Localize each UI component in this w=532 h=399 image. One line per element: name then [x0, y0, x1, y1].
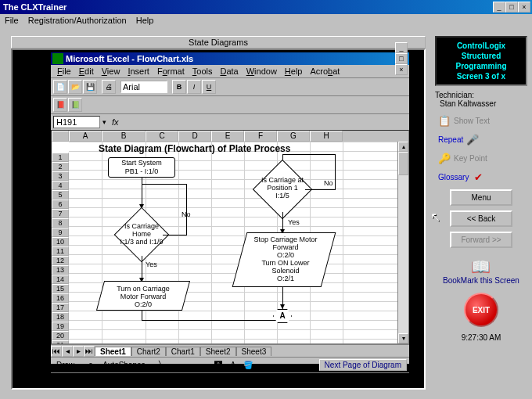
rect-icon[interactable]: ▭: [184, 359, 197, 371]
draw-menu[interactable]: Draw ▾: [53, 359, 84, 371]
bookmark-link[interactable]: 📖 BookMark this Screen: [443, 257, 519, 285]
maximize-button[interactable]: □: [505, 2, 518, 13]
row-2[interactable]: 2: [52, 162, 69, 171]
new-icon[interactable]: 📄: [53, 80, 67, 94]
oval-icon[interactable]: ○: [199, 359, 210, 371]
col-a[interactable]: A: [69, 131, 102, 142]
tab-sheet2[interactable]: Sheet2: [200, 347, 236, 356]
excel-menu-file[interactable]: File: [54, 66, 74, 76]
row-8[interactable]: 8: [52, 218, 69, 228]
col-b[interactable]: B: [102, 131, 146, 142]
tab-next-icon[interactable]: ▸: [73, 346, 84, 357]
textbox-icon[interactable]: 🅰: [211, 359, 225, 371]
select-all-corner[interactable]: [52, 131, 69, 142]
row-3[interactable]: 3: [52, 171, 69, 181]
tab-first-icon[interactable]: ⏮: [51, 346, 62, 357]
font-selector[interactable]: [120, 81, 167, 93]
menu-button[interactable]: Menu: [450, 189, 512, 206]
repeat-link[interactable]: Repeat 🎤: [435, 131, 527, 147]
vertical-scrollbar[interactable]: ▴ ▾: [397, 142, 408, 343]
row-17[interactable]: 17: [52, 303, 69, 312]
menu-registration[interactable]: Registration/Authorization: [28, 16, 127, 25]
back-button[interactable]: << Back: [450, 210, 512, 227]
fill-icon[interactable]: 🪣: [240, 359, 256, 371]
bold-icon[interactable]: B: [172, 80, 186, 94]
tab-chart2[interactable]: Chart2: [131, 347, 166, 356]
open-icon[interactable]: 📂: [68, 80, 82, 94]
excel-grid[interactable]: A B C D E F G H 123456789101112131415161…: [51, 130, 409, 344]
row-6[interactable]: 6: [52, 200, 69, 209]
key-point-link[interactable]: 🔑 Key Point: [435, 150, 527, 166]
decision-home-text: Is CarriageHomeI:1/3 and I:1/9: [110, 222, 173, 246]
row-7[interactable]: 7: [52, 209, 69, 218]
excel-menu-insert[interactable]: Insert: [124, 66, 153, 76]
row-20[interactable]: 20: [52, 331, 69, 340]
excel-menu-edit[interactable]: Edit: [76, 66, 97, 76]
save-icon[interactable]: 💾: [83, 80, 97, 94]
excel-window: Microsoft Excel - FlowChart.xls _ □ × Fi…: [50, 52, 410, 365]
col-f[interactable]: F: [244, 131, 277, 142]
row-15[interactable]: 15: [52, 284, 69, 293]
excel-menu-tools[interactable]: Tools: [189, 66, 216, 76]
excel-formula-bar: H191 ▾ fx: [51, 113, 409, 130]
row-19[interactable]: 19: [52, 322, 69, 331]
forward-button[interactable]: Forward >>: [450, 232, 512, 248]
excel-close-button[interactable]: ×: [395, 64, 408, 75]
select-icon[interactable]: ↖: [85, 359, 98, 371]
row-21[interactable]: 21: [52, 340, 69, 344]
col-h[interactable]: H: [310, 131, 343, 142]
pdf-icon[interactable]: 📕: [53, 98, 67, 112]
excel-icon: [52, 53, 63, 64]
tab-sheet1[interactable]: Sheet1: [95, 347, 131, 356]
minimize-button[interactable]: _: [493, 2, 505, 13]
arrow-icon[interactable]: →: [168, 359, 182, 371]
row-18[interactable]: 18: [52, 312, 69, 322]
scroll-down-icon[interactable]: ▾: [398, 333, 408, 343]
excel-maximize-button[interactable]: □: [395, 53, 408, 64]
wordart-icon[interactable]: A: [227, 359, 239, 371]
menu-help[interactable]: Help: [136, 16, 154, 25]
row-14[interactable]: 14: [52, 275, 69, 284]
menu-file[interactable]: File: [5, 16, 19, 25]
glossary-link[interactable]: Glossary ✔: [435, 169, 527, 185]
show-text-link[interactable]: 📋 Show Text: [435, 113, 527, 128]
line-icon[interactable]: ╲: [156, 359, 167, 371]
row-13[interactable]: 13: [52, 265, 69, 275]
excel-menu-format[interactable]: Format: [154, 66, 188, 76]
name-box[interactable]: H191: [53, 116, 100, 128]
col-d[interactable]: D: [178, 131, 211, 142]
print-icon[interactable]: 🖨: [102, 80, 116, 94]
tab-last-icon[interactable]: ⏭: [84, 346, 95, 357]
excel-menu-acrobat[interactable]: Acrobat: [307, 66, 343, 76]
row-10[interactable]: 10: [52, 237, 69, 246]
excel-menu-help[interactable]: Help: [282, 66, 306, 76]
excel-menu-data[interactable]: Data: [217, 66, 241, 76]
excel-minimize-button[interactable]: _: [395, 42, 408, 53]
scroll-thumb[interactable]: [398, 152, 408, 175]
excel-menu-window[interactable]: Window: [243, 66, 280, 76]
excel-menu-view[interactable]: View: [99, 66, 124, 76]
row-1[interactable]: 1: [52, 153, 69, 162]
row-9[interactable]: 9: [52, 228, 69, 237]
row-4[interactable]: 4: [52, 181, 69, 190]
col-c[interactable]: C: [146, 131, 178, 142]
italic-icon[interactable]: I: [187, 80, 201, 94]
autoshapes-menu[interactable]: AutoShapes ▾: [99, 359, 154, 371]
col-e[interactable]: E: [211, 131, 244, 142]
row-11[interactable]: 11: [52, 246, 69, 256]
close-button[interactable]: ×: [518, 2, 530, 13]
underline-icon[interactable]: U: [202, 80, 216, 94]
clipboard-icon: 📋: [438, 114, 451, 127]
next-page-button[interactable]: Next Page of Diagram: [319, 359, 407, 371]
row-12[interactable]: 12: [52, 256, 69, 265]
tab-chart1[interactable]: Chart1: [166, 347, 200, 356]
scroll-up-icon[interactable]: ▴: [398, 142, 408, 152]
tab-sheet3[interactable]: Sheet3: [236, 347, 272, 356]
col-g[interactable]: G: [277, 131, 310, 142]
tab-prev-icon[interactable]: ◂: [62, 346, 73, 357]
exit-button[interactable]: EXIT: [464, 293, 498, 327]
fx-icon[interactable]: fx: [109, 117, 122, 127]
row-5[interactable]: 5: [52, 190, 69, 200]
row-16[interactable]: 16: [52, 293, 69, 303]
pdf2-icon[interactable]: 📗: [68, 98, 82, 112]
